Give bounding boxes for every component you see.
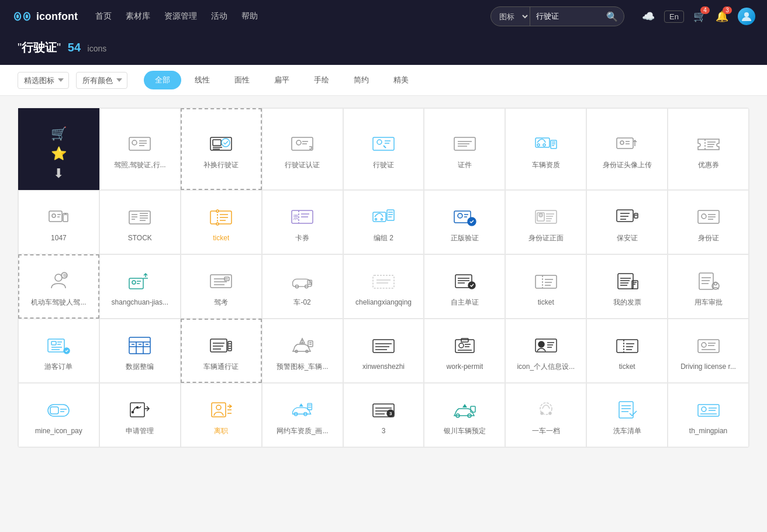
list-item[interactable]: 身份证 xyxy=(668,190,749,254)
tab-flat[interactable]: 扁平 xyxy=(263,71,300,89)
list-item[interactable]: 我的发票 xyxy=(586,254,668,319)
tab-linear[interactable]: 线性 xyxy=(184,71,221,89)
list-item[interactable]: 离职 xyxy=(181,383,262,447)
list-item[interactable]: 游客订单 xyxy=(18,319,99,383)
list-item[interactable]: 身份证正面 xyxy=(505,190,586,254)
list-item[interactable]: ticket xyxy=(181,190,262,254)
list-item[interactable]: 网约车资质_画... xyxy=(262,383,343,447)
list-item[interactable]: 数据整编 xyxy=(99,319,181,383)
list-item[interactable]: 车辆资质 xyxy=(505,108,586,190)
search-bar: 图标 🔍 xyxy=(490,6,624,26)
tab-fill[interactable]: 面性 xyxy=(223,71,261,89)
icon-img: 驾 xyxy=(47,270,70,293)
cart-action-icon[interactable]: 🛒 xyxy=(51,126,67,141)
color-filter[interactable]: 所有颜色 xyxy=(76,72,127,89)
list-item[interactable]: xinwenshezhi xyxy=(343,319,424,383)
list-item[interactable]: 身份证头像上传 xyxy=(586,108,668,190)
svg-point-170 xyxy=(302,342,302,343)
list-item[interactable]: ticket xyxy=(586,319,668,383)
list-item[interactable]: 车-02 xyxy=(262,254,343,319)
icon-label: 洗车清单 xyxy=(613,426,641,436)
tab-handdrawn[interactable]: 手绘 xyxy=(303,71,340,89)
list-item[interactable]: 保安证 xyxy=(586,190,668,254)
nav-resources[interactable]: 资源管理 xyxy=(164,9,197,24)
icon-img xyxy=(697,334,720,358)
icon-label: 自主单证 xyxy=(451,298,479,308)
tab-refined[interactable]: 精美 xyxy=(382,71,420,89)
search-type-select[interactable]: 图标 xyxy=(491,7,530,26)
icon-img xyxy=(291,398,314,422)
tab-simple[interactable]: 简约 xyxy=(343,71,380,89)
list-item[interactable]: cheliangxiangqing xyxy=(343,254,424,319)
svg-point-35 xyxy=(620,141,624,144)
search-button[interactable]: 🔍 xyxy=(600,11,624,22)
download-action-icon[interactable]: ⬇ xyxy=(53,166,64,181)
list-item[interactable]: mine_icon_pay xyxy=(18,383,99,447)
list-item[interactable]: 3 3 xyxy=(343,383,424,447)
selected-icon-cell[interactable]: 🛒 ⭐ ⬇ xyxy=(18,108,99,190)
cart-icon[interactable]: 🛒 4 xyxy=(693,10,706,23)
nav-activity[interactable]: 活动 xyxy=(211,9,227,24)
list-item[interactable]: 正版验证 xyxy=(424,190,505,254)
list-item[interactable]: 票 卡券 xyxy=(262,190,343,254)
nav-help[interactable]: 帮助 xyxy=(241,9,258,24)
icon-label: icon_个人信息设... xyxy=(517,362,575,372)
svg-rect-191 xyxy=(698,340,719,353)
svg-point-4 xyxy=(744,12,749,17)
list-item[interactable]: th_mingpian xyxy=(668,383,749,447)
svg-rect-135 xyxy=(699,273,713,289)
list-item[interactable]: 驾照,驾驶证,行... xyxy=(99,108,181,190)
icon-label: 正版验证 xyxy=(451,233,479,243)
list-item[interactable]: 一车一档 xyxy=(505,383,586,447)
icon-img xyxy=(534,334,558,357)
icon-label: 网约车资质_画... xyxy=(277,426,329,436)
search-input[interactable] xyxy=(530,12,600,21)
list-item[interactable]: 驾 机动车驾驶人驾... xyxy=(18,254,99,319)
upload-icon[interactable]: ☁️ xyxy=(642,10,655,23)
list-item[interactable]: STOCK xyxy=(99,190,181,254)
list-item[interactable]: 预警图标_车辆... xyxy=(262,319,343,383)
nav-home[interactable]: 首页 xyxy=(95,9,112,24)
icon-label: ticket xyxy=(213,234,229,242)
list-item[interactable]: 1047 xyxy=(18,190,99,254)
list-item[interactable]: 行驶证 xyxy=(343,108,424,190)
list-item[interactable]: 自主单证 xyxy=(424,254,505,319)
list-item[interactable]: 申请管理 xyxy=(99,383,181,447)
icon-label: 卡券 xyxy=(295,233,309,243)
avatar[interactable] xyxy=(738,8,755,25)
svg-point-93 xyxy=(702,214,706,219)
list-item[interactable]: 证件 xyxy=(424,108,505,190)
list-item[interactable]: 补换行驶证 xyxy=(181,108,262,190)
svg-point-16 xyxy=(296,140,301,145)
search-keyword: 行驶证 xyxy=(22,41,57,54)
svg-point-97 xyxy=(55,274,62,281)
icon-img xyxy=(47,206,70,229)
style-filter[interactable]: 精选图标 xyxy=(18,72,69,89)
icon-label: 3 xyxy=(382,427,386,435)
notification-icon[interactable]: 🔔 3 xyxy=(716,10,728,23)
driving-license-cell[interactable]: Driving license r... xyxy=(668,319,749,383)
list-item[interactable]: 行驶证认证 xyxy=(262,108,343,190)
result-count: 54 xyxy=(68,41,81,54)
list-item[interactable]: 用车审批 xyxy=(668,254,749,319)
star-action-icon[interactable]: ⭐ xyxy=(51,146,67,161)
logo[interactable]: iconfont xyxy=(12,9,78,23)
list-item[interactable]: 编组 2 xyxy=(343,190,424,254)
icon-label: 车-02 xyxy=(293,298,310,308)
language-button[interactable]: En xyxy=(664,11,684,23)
list-item[interactable]: 洗车清单 xyxy=(586,383,668,447)
list-item[interactable]: icon_个人信息设... xyxy=(505,319,586,383)
tab-all[interactable]: 全部 xyxy=(144,71,181,89)
icon-label: 身份证头像上传 xyxy=(603,160,652,170)
list-item[interactable]: 驾考 xyxy=(181,254,262,319)
icon-img xyxy=(616,398,639,422)
icon-label: 数据整编 xyxy=(126,362,154,372)
nav-materials[interactable]: 素材库 xyxy=(126,9,150,24)
list-item[interactable]: 银川车辆预定 xyxy=(424,383,505,447)
list-item[interactable]: ticket xyxy=(505,254,586,319)
list-item[interactable]: 车辆通行证 xyxy=(181,319,262,383)
svg-point-28 xyxy=(537,144,540,146)
list-item[interactable]: shangchuan-jias... xyxy=(99,254,181,319)
list-item[interactable]: 优惠券 xyxy=(668,108,749,190)
list-item[interactable]: work-permit xyxy=(424,319,505,383)
